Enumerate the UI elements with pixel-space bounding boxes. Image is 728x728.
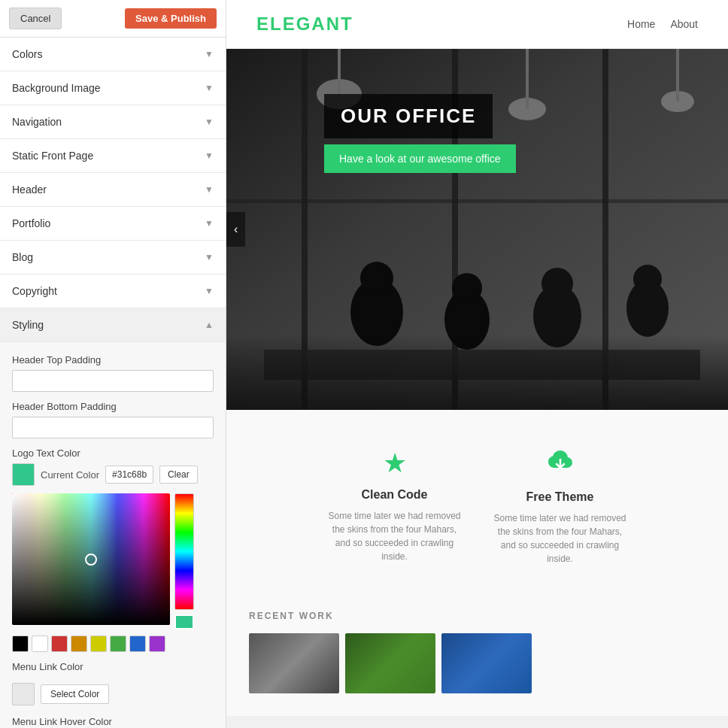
feature-clean-code-desc: Some time later we had removed the skins… xyxy=(327,509,463,563)
hero-title: OUR OFFICE xyxy=(341,105,476,127)
sidebar-item-navigation[interactable]: Navigation xyxy=(0,105,226,139)
sidebar-item-portfolio-label: Portfolio xyxy=(12,217,50,229)
preview-nav: Home About xyxy=(627,18,698,30)
preview-hero: OUR OFFICE Have a look at our awesome of… xyxy=(226,49,728,410)
hero-cta-text: Have a look at our awesome office xyxy=(339,153,501,165)
swatch-black[interactable] xyxy=(12,635,29,652)
sidebar-item-static-front-page[interactable]: Static Front Page xyxy=(0,139,226,173)
swatch-red[interactable] xyxy=(51,635,68,652)
hue-bar-wrap xyxy=(174,493,194,629)
chevron-down-icon xyxy=(205,218,214,229)
sidebar-item-colors-label: Colors xyxy=(12,48,42,60)
hero-cta-button[interactable]: Have a look at our awesome office xyxy=(324,144,516,173)
svg-point-19 xyxy=(633,265,662,293)
sidebar-item-portfolio[interactable]: Portfolio xyxy=(0,207,226,241)
svg-point-15 xyxy=(452,273,482,303)
spectrum-gradient-bg xyxy=(12,493,170,625)
top-bar: Cancel Save & Publish xyxy=(0,0,226,38)
work-item-1[interactable] xyxy=(249,633,339,693)
hero-title-box: OUR OFFICE xyxy=(324,94,493,138)
menu-link-hover-color-label: Menu Link Hover Color xyxy=(12,716,214,727)
save-publish-button[interactable]: Save & Publish xyxy=(125,8,217,29)
recent-work-title: RECENT WORK xyxy=(249,603,705,633)
feature-clean-code-title: Clean Code xyxy=(327,488,463,502)
feature-free-theme-desc: Some time later we had removed the skins… xyxy=(493,511,628,566)
recent-work-section: RECENT WORK xyxy=(226,603,728,716)
sidebar-item-static-front-page-label: Static Front Page xyxy=(12,150,93,162)
color-swatches-row xyxy=(12,635,214,652)
swatch-yellow[interactable] xyxy=(90,635,107,652)
swatch-orange[interactable] xyxy=(71,635,87,652)
work-item-2[interactable] xyxy=(345,633,435,693)
hero-overlay: OUR OFFICE Have a look at our awesome of… xyxy=(324,94,516,173)
preview-site-header: ELEGANT Home About xyxy=(226,0,728,49)
current-color-label: Current Color xyxy=(41,469,99,481)
feature-free-theme: Free Theme Some time later we had remove… xyxy=(493,447,628,566)
header-bottom-padding-input[interactable] xyxy=(12,417,214,438)
logo-color-swatch[interactable] xyxy=(12,463,35,486)
header-top-padding-input[interactable] xyxy=(12,370,214,392)
swatch-purple[interactable] xyxy=(149,635,165,652)
sidebar-item-header-label: Header xyxy=(12,184,47,196)
chevron-down-icon xyxy=(205,286,214,296)
chevron-down-icon xyxy=(205,49,214,59)
chevron-up-icon xyxy=(205,320,214,330)
chevron-down-icon xyxy=(205,252,214,262)
logo-text-color-label: Logo Text Color xyxy=(12,447,214,459)
select-color-button[interactable]: Select Color xyxy=(41,684,109,704)
preview-nav-home[interactable]: Home xyxy=(627,18,655,30)
sidebar-item-background-image[interactable]: Background Image xyxy=(0,71,226,105)
feature-clean-code: ★ Clean Code Some time later we had remo… xyxy=(327,447,463,566)
sidebar-item-navigation-label: Navigation xyxy=(12,116,62,128)
svg-rect-11 xyxy=(676,49,679,102)
menu-link-color-label: Menu Link Color xyxy=(12,661,214,672)
styling-panel: Header Top Padding Header Bottom Padding… xyxy=(0,342,226,728)
customizer-panel: Cancel Save & Publish Colors Background … xyxy=(0,0,226,728)
chevron-down-icon xyxy=(205,83,214,93)
chevron-down-icon xyxy=(205,117,214,127)
sidebar-item-styling-label: Styling xyxy=(12,319,44,331)
sidebar-item-background-image-label: Background Image xyxy=(12,82,101,94)
svg-rect-21 xyxy=(226,335,728,410)
work-grid xyxy=(249,633,705,693)
svg-rect-5 xyxy=(226,199,728,203)
header-bottom-padding-label: Header Bottom Padding xyxy=(12,401,214,412)
cancel-button[interactable]: Cancel xyxy=(9,8,62,29)
sidebar-item-blog-label: Blog xyxy=(12,251,33,263)
chevron-down-icon xyxy=(205,184,214,195)
preview-logo: ELEGANT xyxy=(256,14,353,35)
sidebar-item-styling[interactable]: Styling xyxy=(0,308,226,342)
menu-link-color-swatch[interactable] xyxy=(12,683,35,705)
color-spectrum[interactable] xyxy=(12,493,170,625)
hero-prev-arrow[interactable]: ‹ xyxy=(226,212,245,247)
chevron-down-icon xyxy=(205,150,214,161)
svg-rect-9 xyxy=(526,49,529,109)
svg-rect-7 xyxy=(338,49,341,94)
logo-color-row: Current Color #31c68b Clear xyxy=(12,463,214,486)
download-cloud-icon xyxy=(493,447,628,481)
sidebar-item-blog[interactable]: Blog xyxy=(0,241,226,275)
sidebar-item-copyright[interactable]: Copyright xyxy=(0,275,226,308)
hex-value-badge: #31c68b xyxy=(105,466,153,484)
svg-point-17 xyxy=(541,268,573,299)
star-icon: ★ xyxy=(327,447,463,479)
sidebar-item-header[interactable]: Header xyxy=(0,173,226,207)
svg-point-13 xyxy=(360,262,393,295)
swatch-blue[interactable] xyxy=(129,635,146,652)
hue-indicator xyxy=(174,614,194,629)
features-section: ★ Clean Code Some time later we had remo… xyxy=(226,410,728,603)
menu-link-color-row: Select Color xyxy=(12,683,214,705)
preview-nav-about[interactable]: About xyxy=(670,18,698,30)
work-item-3[interactable] xyxy=(441,633,532,693)
color-picker xyxy=(12,493,214,629)
swatch-white[interactable] xyxy=(32,635,48,652)
preview-panel: ELEGANT Home About xyxy=(226,0,728,728)
feature-free-theme-title: Free Theme xyxy=(493,490,628,504)
sidebar-item-colors[interactable]: Colors xyxy=(0,38,226,71)
sidebar-item-copyright-label: Copyright xyxy=(12,285,57,297)
swatch-green[interactable] xyxy=(110,635,126,652)
header-top-padding-label: Header Top Padding xyxy=(12,354,214,366)
clear-color-button[interactable]: Clear xyxy=(159,466,198,484)
hue-slider[interactable] xyxy=(174,493,194,610)
